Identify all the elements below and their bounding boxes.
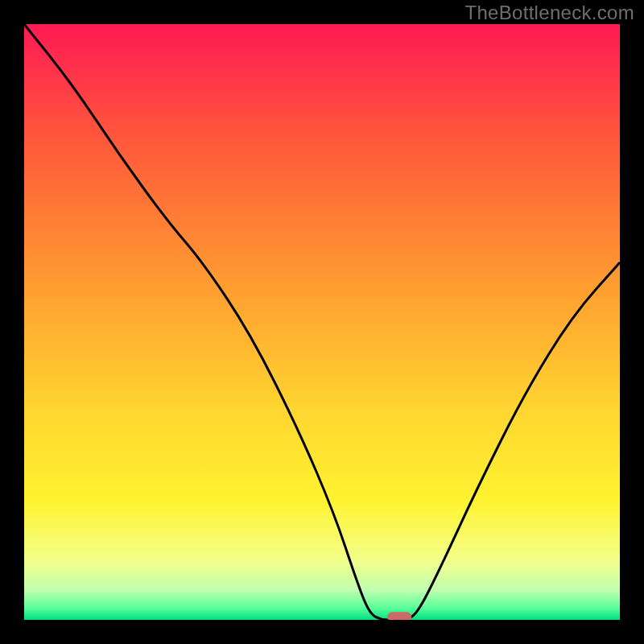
optimum-marker xyxy=(387,612,411,620)
watermark-label: TheBottleneck.com xyxy=(464,2,634,24)
chart-frame: TheBottleneck.com xyxy=(0,0,644,644)
bottleneck-chart xyxy=(24,24,620,620)
gradient-bg xyxy=(24,24,620,620)
